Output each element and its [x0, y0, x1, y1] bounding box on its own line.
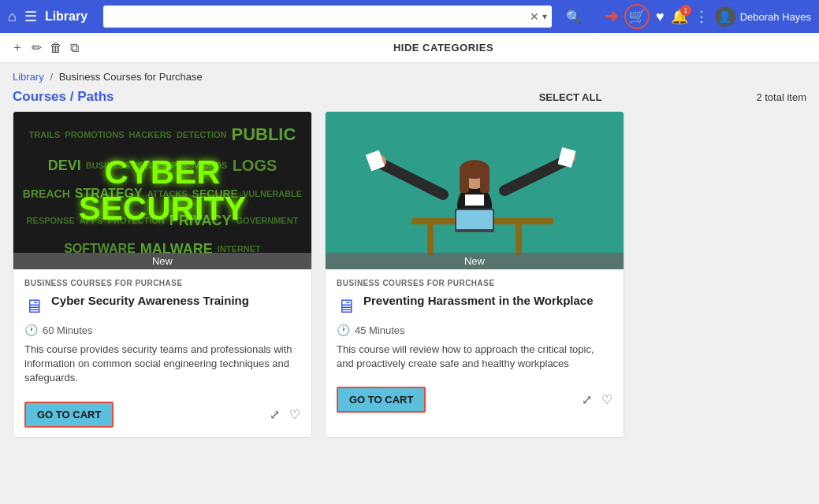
cart-arrow-indicator: ➜ [604, 6, 618, 27]
share-icon-1[interactable]: ⤢ [270, 407, 280, 422]
monitor-icon-2: 🖥 [337, 295, 356, 317]
avatar: 👤 [715, 6, 735, 27]
nav-icons: ➜ 🛒 ♥ 🔔 1 ⋮ 👤 Deborah Hayes [604, 4, 811, 29]
card-category-2: BUSINESS COURSES FOR PURCHASE [337, 279, 612, 287]
cart-icon[interactable]: 🛒 [628, 8, 646, 25]
clock-icon-1: 🕐 [24, 324, 38, 336]
add-icon[interactable]: ＋ [11, 39, 24, 56]
toolbar-icons: ＋ ✏ 🗑 ⧉ [11, 39, 79, 56]
card-footer-2: GO TO CART ⤢ ♡ [337, 380, 612, 413]
card-duration-1: 🕐 60 Minutes [24, 324, 300, 336]
home-icon[interactable]: ⌂ [8, 9, 17, 25]
card-title-row-2: 🖥 Preventing Harassment in the Workplace [337, 294, 612, 317]
card-actions-2: ⤢ ♡ [582, 392, 612, 407]
svg-rect-11 [456, 210, 493, 229]
cart-circle: 🛒 [624, 4, 650, 29]
duration-text-1: 60 Minutes [43, 324, 93, 336]
monitor-icon-1: 🖥 [24, 295, 43, 317]
cyber-main-text: CYBERSECURITY [79, 154, 246, 227]
clear-icon[interactable]: ✕ [530, 10, 539, 23]
user-menu[interactable]: 👤 Deborah Hayes [715, 6, 811, 27]
delete-icon[interactable]: 🗑 [50, 41, 62, 55]
breadcrumb-library-link[interactable]: Library [13, 71, 44, 83]
breadcrumb-separator: / [50, 71, 53, 83]
search-input[interactable] [108, 10, 530, 23]
harassment-illustration [364, 116, 585, 265]
svg-rect-8 [480, 169, 490, 193]
card-title-2: Preventing Harassment in the Workplace [363, 294, 593, 307]
card-title-1: Cyber Security Awareness Training [51, 294, 249, 307]
new-badge-2: New [326, 253, 624, 269]
edit-icon[interactable]: ✏ [32, 40, 42, 55]
card-category-1: BUSINESS COURSES FOR PURCHASE [24, 279, 300, 287]
clock-icon-2: 🕐 [337, 324, 350, 336]
favorite-icon-1[interactable]: ♡ [289, 407, 300, 422]
select-all-button[interactable]: SELECT ALL [385, 91, 757, 103]
card-duration-2: 🕐 45 Minutes [337, 324, 612, 336]
more-options-icon[interactable]: ⋮ [694, 8, 709, 25]
favorite-icon-2[interactable]: ♡ [601, 392, 612, 407]
card-description-2: This course will review how to approach … [337, 343, 612, 371]
breadcrumb-current: Business Courses for Purchase [59, 71, 203, 83]
card-actions-1: ⤢ ♡ [270, 407, 300, 422]
cards-grid: TRAILS PROMOTIONS HACKERS DETECTION PUBL… [0, 111, 819, 454]
toolbar: ＋ ✏ 🗑 ⧉ HIDE CATEGORIES [0, 33, 819, 63]
svg-rect-2 [427, 224, 434, 256]
svg-rect-7 [460, 169, 469, 193]
card-body-1: BUSINESS COURSES FOR PURCHASE 🖥 Cyber Se… [13, 269, 311, 437]
new-badge-1: New [13, 253, 311, 269]
card-thumbnail-1: TRAILS PROMOTIONS HACKERS DETECTION PUBL… [13, 112, 311, 269]
dropdown-icon[interactable]: ▾ [542, 11, 547, 22]
hide-categories-button[interactable]: HIDE CATEGORIES [79, 42, 808, 54]
card-thumbnail-2: New [326, 112, 624, 269]
svg-rect-3 [516, 224, 522, 256]
course-card-2: New BUSINESS COURSES FOR PURCHASE 🖥 Prev… [325, 111, 624, 438]
share-icon-2[interactable]: ⤢ [582, 392, 592, 407]
card-description-1: This course provides security teams and … [24, 343, 300, 386]
total-items: 2 total item [756, 91, 806, 103]
copy-icon[interactable]: ⧉ [70, 41, 79, 55]
search-bar: ✕ ▾ [103, 6, 552, 28]
duration-text-2: 45 Minutes [355, 324, 405, 336]
go-to-cart-button-2[interactable]: GO TO CART [337, 387, 426, 413]
card-footer-1: GO TO CART ⤢ ♡ [24, 395, 300, 428]
top-navigation: ⌂ ☰ Library ✕ ▾ 🔍 ➜ 🛒 ♥ 🔔 1 ⋮ 👤 Deborah … [0, 0, 819, 33]
course-card-1: TRAILS PROMOTIONS HACKERS DETECTION PUBL… [13, 111, 312, 438]
search-button[interactable]: 🔍 [560, 6, 588, 28]
user-name: Deborah Hayes [740, 11, 811, 23]
card-title-row-1: 🖥 Cyber Security Awareness Training [24, 294, 300, 317]
wishlist-icon[interactable]: ♥ [656, 9, 665, 25]
svg-rect-9 [465, 195, 484, 206]
bell-area: 🔔 1 [671, 8, 688, 25]
breadcrumb: Library / Business Courses for Purchase [0, 63, 819, 86]
menu-icon[interactable]: ☰ [24, 8, 37, 25]
section-header: Courses / Paths SELECT ALL 2 total item [0, 86, 819, 111]
notification-badge: 1 [680, 5, 691, 16]
go-to-cart-button-1[interactable]: GO TO CART [24, 402, 114, 428]
harassment-thumb [326, 112, 624, 269]
card-body-2: BUSINESS COURSES FOR PURCHASE 🖥 Preventi… [326, 269, 624, 422]
section-title: Courses / Paths [13, 89, 385, 105]
nav-title: Library [45, 9, 87, 24]
cyber-thumb: TRAILS PROMOTIONS HACKERS DETECTION PUBL… [13, 112, 311, 269]
